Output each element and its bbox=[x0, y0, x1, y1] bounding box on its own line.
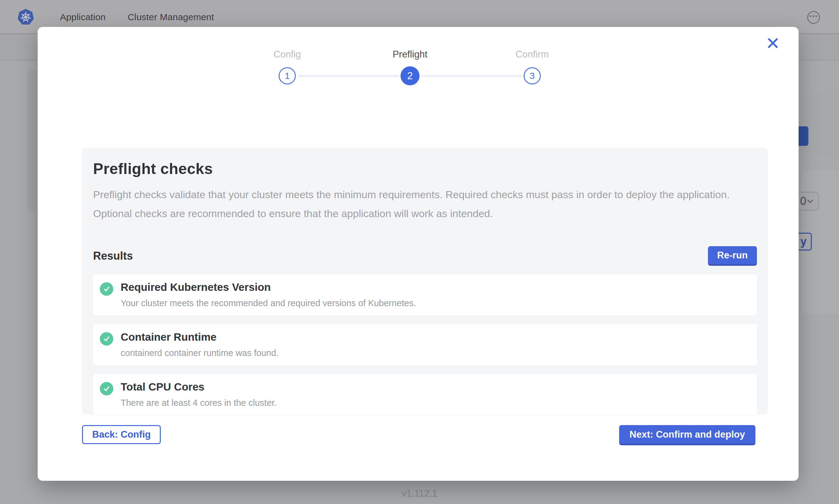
check-pass-icon bbox=[100, 382, 113, 395]
check-message: Your cluster meets the recommended and r… bbox=[121, 298, 416, 308]
check-title: Container Runtime bbox=[121, 331, 279, 343]
check-result-card: Required Kubernetes Version Your cluster… bbox=[93, 274, 757, 316]
panel-description: Preflight checks validate that your clus… bbox=[93, 185, 754, 223]
results-row: Results Re-run bbox=[93, 246, 757, 266]
overflow-menu-button[interactable]: ••• bbox=[807, 11, 820, 24]
step-circle-preflight[interactable]: 2 bbox=[400, 66, 420, 85]
chevron-down-icon bbox=[807, 199, 814, 203]
step-label-confirm: Confirm bbox=[471, 49, 594, 60]
modal-footer: Back: Config Next: Confirm and deploy bbox=[82, 425, 755, 445]
nav-tab-application[interactable]: Application bbox=[60, 12, 106, 22]
screen: { "nav": { "tabs": [ { "label": "Applica… bbox=[0, 0, 839, 504]
nav-tab-cluster-management[interactable]: Cluster Management bbox=[128, 12, 214, 22]
dropdown-value: 0 bbox=[800, 195, 806, 208]
step-label-config: Config bbox=[226, 49, 348, 60]
check-result-card: Total CPU Cores There are at least 4 cor… bbox=[93, 374, 757, 415]
step-circle-config[interactable]: 1 bbox=[279, 67, 296, 85]
partial-button-label: y bbox=[801, 235, 807, 248]
step-circle-confirm[interactable]: 3 bbox=[524, 67, 541, 85]
ellipsis-icon: ••• bbox=[809, 13, 818, 22]
step-label-preflight: Preflight bbox=[349, 49, 471, 60]
check-message: There are at least 4 cores in the cluste… bbox=[121, 398, 276, 408]
rerun-button[interactable]: Re-run bbox=[708, 246, 757, 266]
check-pass-icon bbox=[100, 282, 113, 296]
app-version-label: v1.112.1 bbox=[0, 488, 839, 499]
kubernetes-logo-icon bbox=[17, 9, 34, 25]
check-result-card: Container Runtime containerd container r… bbox=[93, 324, 757, 365]
check-title: Total CPU Cores bbox=[121, 381, 276, 393]
preflight-panel: Preflight checks Preflight checks valida… bbox=[82, 148, 768, 414]
stepper-connector-2 bbox=[421, 75, 523, 77]
results-heading: Results bbox=[93, 250, 133, 263]
check-message: containerd container runtime was found. bbox=[121, 348, 279, 358]
dimmed-partial-dropdown[interactable]: 0 bbox=[795, 192, 819, 211]
check-pass-icon bbox=[100, 332, 113, 346]
preflight-modal: Config Preflight Confirm 1 2 3 Preflight… bbox=[38, 27, 799, 481]
check-title: Required Kubernetes Version bbox=[121, 281, 416, 293]
next-button[interactable]: Next: Confirm and deploy bbox=[619, 425, 755, 445]
stepper: Config Preflight Confirm 1 2 3 bbox=[38, 27, 799, 119]
stepper-connector-1 bbox=[298, 75, 399, 77]
panel-title: Preflight checks bbox=[93, 160, 757, 178]
back-button[interactable]: Back: Config bbox=[82, 425, 161, 444]
